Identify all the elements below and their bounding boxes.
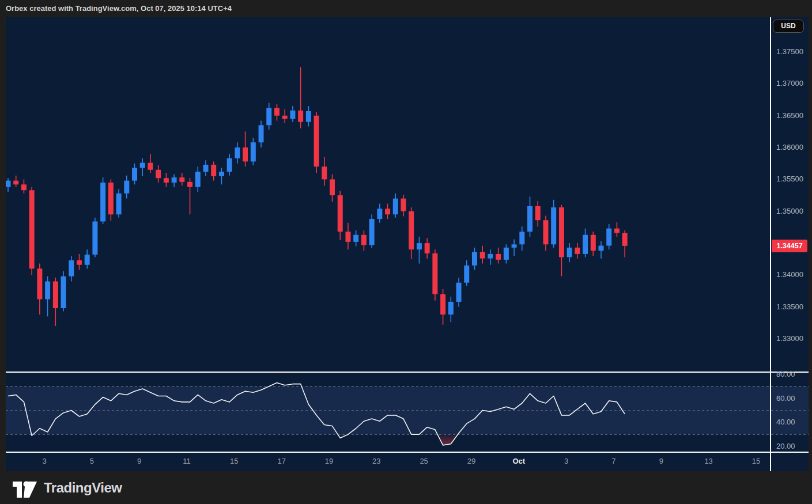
time-axis-tick: 13	[704, 457, 712, 465]
header-bar: Orbex created with TradingView.com, Oct …	[0, 0, 812, 17]
rsi-axis-tick: 20.00	[776, 442, 795, 450]
currency-button[interactable]: USD	[773, 20, 804, 33]
axes-layer: 1.375001.370001.365001.360001.355001.350…	[6, 17, 809, 471]
time-axis-tick: 3	[564, 457, 568, 465]
price-axis-tick: 1.34000	[776, 270, 803, 279]
time-axis-tick: 15	[230, 457, 238, 465]
time-axis-tick: Oct	[512, 457, 525, 465]
price-axis-tick: 1.37500	[776, 47, 803, 56]
rsi-axis-tick: 80.00	[776, 370, 795, 378]
last-price-tag: 1.34457	[772, 240, 807, 252]
time-axis-tick: 9	[659, 457, 663, 465]
tradingview-logo[interactable]: TradingView	[13, 477, 122, 499]
time-axis-tick: 19	[325, 457, 333, 465]
chart-attribution-text: Orbex created with TradingView.com, Oct …	[6, 4, 232, 13]
tradingview-wordmark: TradingView	[44, 480, 122, 496]
price-axis-tick: 1.35500	[776, 175, 803, 183]
time-axis-tick: 9	[137, 457, 141, 465]
time-axis-tick: 7	[611, 457, 615, 465]
time-axis-tick: 23	[372, 457, 380, 465]
chart-area[interactable]: 1.375001.370001.365001.360001.355001.350…	[6, 17, 809, 471]
tradingview-chart-page: Orbex created with TradingView.com, Oct …	[0, 0, 812, 504]
rsi-axis-tick: 40.00	[776, 418, 795, 426]
time-axis-tick: 5	[90, 457, 94, 465]
price-axis-tick: 1.36000	[776, 143, 803, 151]
time-axis-tick: 29	[467, 457, 475, 465]
time-axis-tick: 3	[42, 457, 46, 465]
price-axis-tick: 1.35000	[776, 207, 803, 215]
rsi-axis-tick: 60.00	[776, 394, 795, 403]
price-axis-tick: 1.33000	[776, 334, 803, 343]
footer-bar: TradingView	[0, 471, 812, 504]
time-axis-tick: 11	[183, 457, 191, 465]
price-axis-tick: 1.37000	[776, 79, 803, 88]
price-axis-tick: 1.36500	[776, 111, 803, 120]
time-axis-tick: 15	[752, 457, 760, 465]
time-axis-tick: 17	[277, 457, 285, 465]
tradingview-logo-icon	[13, 478, 38, 498]
price-axis-tick: 1.33500	[776, 302, 803, 311]
time-axis-tick: 25	[420, 457, 428, 465]
